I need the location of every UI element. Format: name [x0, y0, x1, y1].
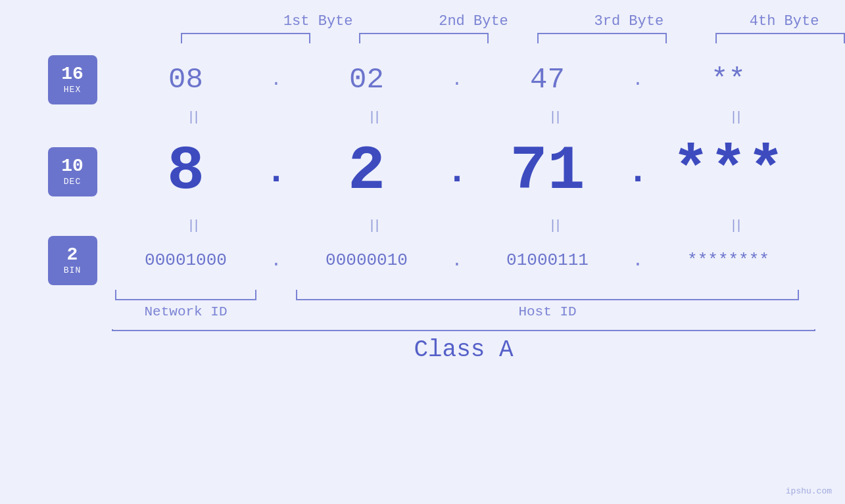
bracket-byte2 [359, 33, 489, 43]
byte3-header: 3rd Byte [594, 13, 664, 30]
eq2-b4: || [729, 218, 740, 233]
dec-sep3: . [627, 151, 648, 193]
bin-badge-row: 2 BIN [30, 237, 115, 283]
dec-sep1: . [265, 151, 287, 193]
top-brackets [0, 33, 845, 43]
host-bracket-mid1 [437, 290, 477, 300]
bracket-labels: Network ID Host ID [115, 304, 845, 319]
bin-b1: 00001000 [145, 250, 227, 270]
hex-sep3: . [633, 70, 644, 90]
dec-b1: 8 [167, 141, 205, 203]
bin-b2: 00000010 [326, 250, 408, 270]
class-bracket [112, 329, 815, 331]
dec-sep2: . [446, 151, 468, 193]
hex-sep1: . [271, 70, 282, 90]
byte1-header: 1st Byte [283, 13, 353, 30]
bracket-byte4 [715, 33, 845, 43]
hex-badge-row: 16 HEX [30, 53, 115, 106]
bin-sep1: . [271, 250, 282, 271]
dec-b3: 71 [510, 141, 585, 203]
hex-b3: 47 [530, 63, 565, 96]
byte4-header: 4th Byte [750, 13, 819, 30]
eq2-spacer [30, 214, 115, 237]
hex-badge: 16 HEX [48, 55, 97, 104]
eq2-b1: || [187, 218, 197, 233]
eq1-b3: || [548, 110, 559, 125]
data-section: 16 HEX 10 DEC 2 BIN [0, 53, 845, 319]
network-bracket [115, 290, 256, 300]
bottom-bracket-section: Network ID Host ID [115, 290, 845, 319]
hex-b1: 08 [168, 63, 203, 96]
dec-badge: 10 DEC [48, 147, 97, 196]
host-bracket-start [296, 290, 437, 300]
bracket-byte1 [181, 33, 310, 43]
class-section: Class A [0, 329, 845, 363]
byte2-header: 2nd Byte [439, 13, 508, 30]
network-id-label: Network ID [144, 304, 227, 319]
bin-sep3: . [633, 250, 644, 271]
eq1-spacer [30, 106, 115, 129]
main-layout: 1st Byte 2nd Byte 3rd Byte 4th Byte [0, 0, 845, 504]
bin-b4: ******** [687, 250, 769, 270]
eq1-b1: || [187, 110, 197, 125]
host-bracket-mid2 [477, 290, 618, 300]
equals-row-1: || || || || [115, 106, 845, 129]
dec-badge-row: 10 DEC [30, 129, 115, 214]
hex-row: 08 . 02 . 47 . ** [115, 53, 845, 106]
watermark: ipshu.com [786, 486, 832, 496]
hex-b4: ** [711, 63, 746, 96]
hex-sep2: . [452, 70, 463, 90]
eq1-b4: || [729, 110, 740, 125]
bracket-byte3 [537, 33, 667, 43]
bin-sep2: . [452, 250, 463, 271]
dec-b4: *** [672, 141, 785, 203]
class-label: Class A [414, 336, 513, 363]
dec-b2: 2 [348, 141, 385, 203]
bin-badge: 2 BIN [48, 236, 97, 285]
host-bracket-end [658, 290, 799, 300]
eq2-b2: || [368, 218, 378, 233]
equals-row-2: || || || || [115, 214, 845, 237]
eq2-b3: || [548, 218, 559, 233]
dec-row: 8 . 2 . 71 . *** [115, 129, 845, 214]
eq1-b2: || [368, 110, 378, 125]
bottom-brackets [115, 290, 845, 300]
bin-b3: 01000111 [506, 250, 589, 270]
badges-column: 16 HEX 10 DEC 2 BIN [30, 53, 115, 319]
data-columns: 08 . 02 . 47 . ** || || || || 8 . [115, 53, 845, 319]
host-id-label: Host ID [518, 304, 576, 319]
host-bracket-mid3 [618, 290, 658, 300]
bin-row: 00001000 . 00000010 . 01000111 . *******… [115, 237, 845, 283]
byte-headers: 1st Byte 2nd Byte 3rd Byte 4th Byte [0, 13, 845, 30]
hex-b2: 02 [349, 63, 384, 96]
